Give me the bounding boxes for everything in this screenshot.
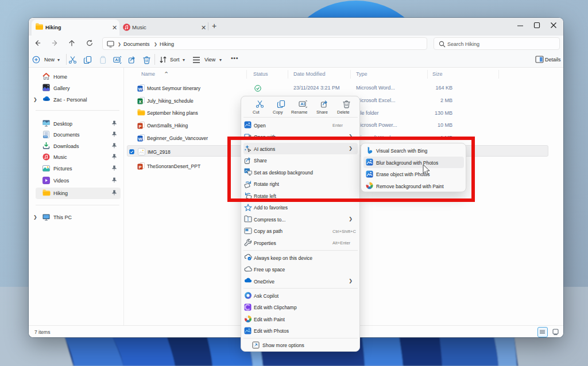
svg-text:C:\: C:\ (246, 229, 249, 231)
svg-text:P: P (138, 164, 141, 169)
svg-text:W: W (138, 86, 142, 91)
svg-text:X: X (138, 99, 141, 104)
svg-text:P: P (138, 123, 141, 129)
svg-text:W: W (138, 136, 142, 141)
